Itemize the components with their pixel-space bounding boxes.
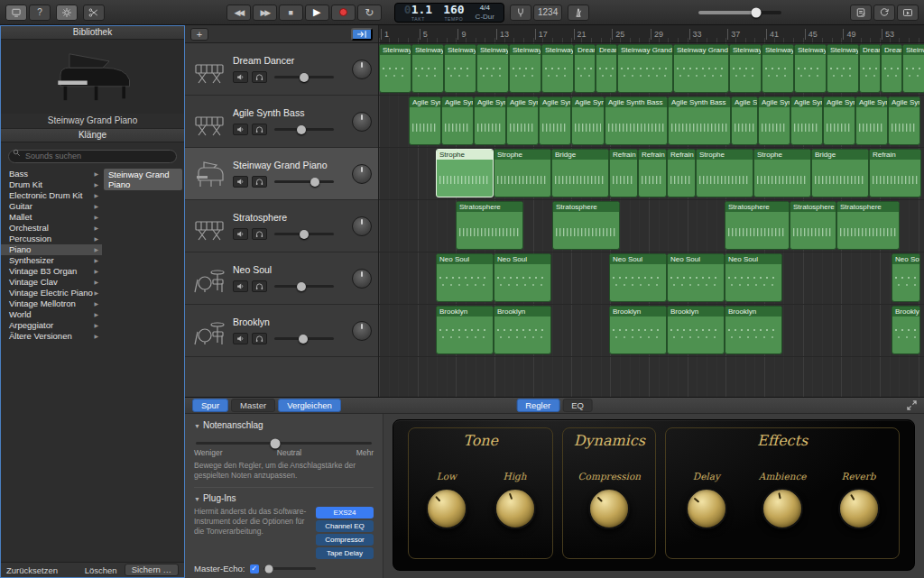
region-steinway[interactable]: Steinway [762, 44, 794, 93]
region-steinway[interactable]: Steinway [794, 44, 827, 93]
region-stratosphere[interactable]: Stratosphere [725, 201, 790, 250]
pan-knob[interactable] [352, 321, 372, 341]
region-agile-syn[interactable]: Agile Syn [855, 96, 888, 145]
category-drum-kit[interactable]: Drum Kit▶ [1, 179, 102, 190]
solo-button[interactable] [252, 71, 267, 83]
knob-high[interactable] [494, 488, 536, 529]
category-vintage-mellotron[interactable]: Vintage Mellotron▶ [1, 298, 102, 309]
region-steinway[interactable]: Steinway [444, 44, 476, 93]
reset-button[interactable]: Zurücksetzen [6, 565, 58, 575]
category-guitar[interactable]: Guitar▶ [1, 201, 102, 212]
stop-button[interactable]: ■ [279, 5, 303, 21]
track-volume-thumb[interactable] [299, 335, 308, 344]
region-dream-d[interactable]: Dream D [574, 44, 596, 93]
category-vintage-electric-piano[interactable]: Vintage Electric Piano▶ [1, 288, 102, 298]
master-echo-checkbox[interactable]: ✓ [250, 564, 259, 573]
add-track-button[interactable]: + [190, 28, 208, 41]
region-refrain[interactable]: Refrain [667, 149, 696, 197]
category-percussion[interactable]: Percussion▶ [1, 234, 102, 244]
region-agile-syn[interactable]: Agile Syn [790, 96, 823, 145]
region-neo-soul[interactable]: Neo Soul [494, 253, 551, 302]
region-agile-sy[interactable]: Agile Sy [731, 96, 758, 145]
category-ältere-versionen[interactable]: Ältere Versionen▶ [1, 331, 102, 342]
region-brooklyn[interactable]: Brooklyn [667, 306, 725, 354]
editors-button[interactable] [83, 5, 105, 21]
category-orchestral[interactable]: Orchestral▶ [1, 223, 102, 234]
category-bass[interactable]: Bass▶ [1, 169, 102, 179]
panel-resize-icon[interactable] [907, 398, 917, 414]
region-stratosphere[interactable]: Stratosphere [456, 201, 523, 250]
region-agile-syn[interactable]: Agile Syn [888, 96, 920, 145]
region-steinway-grand-pia[interactable]: Steinway Grand Pia [617, 44, 673, 93]
region-steinway[interactable]: Steinway [476, 44, 509, 93]
media-browser-button[interactable] [897, 5, 919, 21]
region-agile-syn[interactable]: Agile Syn [506, 96, 539, 145]
master-echo-slider[interactable] [263, 567, 316, 570]
smart-controls-button[interactable] [56, 5, 78, 21]
region-dream-d[interactable]: Dream D [596, 44, 617, 93]
region-stratosphere[interactable]: Stratosphere [552, 201, 620, 250]
track-header-brooklyn[interactable]: Brooklyn [185, 305, 378, 357]
region-neo-soul[interactable]: Neo Soul [892, 253, 920, 302]
mute-button[interactable] [233, 71, 248, 83]
master-volume-slider[interactable] [698, 11, 781, 14]
plugins-section-title[interactable]: ▼Plug-Ins [194, 493, 374, 503]
mute-button[interactable] [233, 176, 248, 188]
mute-button[interactable] [233, 124, 248, 135]
count-in-button[interactable]: 1234 [533, 5, 562, 21]
region-neo-soul[interactable]: Neo Soul [609, 253, 667, 302]
tab-regler[interactable]: Regler [516, 399, 559, 412]
category-mallet[interactable]: Mallet▶ [1, 212, 102, 223]
region-refrain[interactable]: Refrain [609, 149, 638, 197]
region-brooklyn[interactable]: Brooklyn [892, 306, 920, 354]
region-neo-soul[interactable]: Neo Soul [436, 253, 494, 302]
region-strophe[interactable]: Strophe [494, 149, 551, 197]
region-bridge[interactable]: Bridge [811, 149, 869, 197]
category-piano[interactable]: Piano▶ [1, 244, 102, 255]
region-neo-soul[interactable]: Neo Soul [725, 253, 782, 302]
region-steinway[interactable]: Steinway [379, 44, 411, 93]
region-bridge[interactable]: Bridge [551, 149, 609, 197]
track-volume-slider[interactable] [274, 128, 334, 131]
forward-button[interactable]: ▶▶ [253, 5, 277, 21]
tab-master[interactable]: Master [231, 399, 275, 412]
region-agile-synth-bass[interactable]: Agile Synth Bass [668, 96, 731, 145]
notepad-button[interactable] [850, 5, 872, 21]
pan-knob[interactable] [352, 112, 372, 132]
region-refrain[interactable]: Refrain [869, 149, 921, 197]
velocity-slider[interactable] [196, 442, 372, 445]
category-vintage-b3-organ[interactable]: Vintage B3 Organ▶ [1, 266, 102, 277]
track-volume-slider[interactable] [274, 337, 334, 340]
region-agile-syn[interactable]: Agile Syn [571, 96, 605, 145]
rewind-button[interactable]: ◀◀ [226, 5, 251, 21]
mute-button[interactable] [233, 280, 248, 292]
track-header-neo-soul[interactable]: Neo Soul [185, 252, 378, 305]
tab-eq[interactable]: EQ [562, 399, 593, 412]
mute-button[interactable] [233, 228, 248, 240]
region-steinway[interactable]: Steinway [729, 44, 762, 93]
category-world[interactable]: World▶ [1, 309, 102, 320]
instrument-plugin-button[interactable]: EXS24 [316, 507, 374, 518]
sound-item-selected[interactable]: Steinway Grand Piano [104, 169, 182, 190]
track-header-steinway-grand-piano[interactable]: Steinway Grand Piano [185, 148, 378, 200]
region-agile-syn[interactable]: Agile Syn [823, 96, 855, 145]
category-electronic-drum-kit[interactable]: Electronic Drum Kit▶ [1, 190, 102, 201]
knob-reverb[interactable] [838, 488, 880, 529]
quick-help-button[interactable]: ? [29, 5, 51, 21]
play-button[interactable]: ▶ [305, 5, 329, 21]
volume-thumb[interactable] [752, 7, 762, 17]
solo-button[interactable] [252, 228, 267, 240]
search-input[interactable] [8, 150, 177, 163]
region-neo-soul[interactable]: Neo Soul [667, 253, 725, 302]
metronome-button[interactable] [568, 5, 589, 21]
master-echo-thumb[interactable] [265, 564, 273, 573]
plugin-tape-delay[interactable]: Tape Delay [316, 547, 374, 559]
library-toggle-button[interactable] [5, 5, 27, 21]
knob-ambience[interactable] [762, 488, 803, 529]
track-header-dream-dancer[interactable]: Dream Dancer [185, 43, 378, 96]
lcd-display[interactable]: 01.1 TAKT 160 TEMPO 4/4 C-Dur [394, 3, 504, 23]
category-vintage-clav[interactable]: Vintage Clav▶ [1, 277, 102, 288]
region-agile-syn[interactable]: Agile Syn [441, 96, 474, 145]
region-steinway[interactable]: Steinway [509, 44, 541, 93]
region-brooklyn[interactable]: Brooklyn [725, 306, 782, 354]
